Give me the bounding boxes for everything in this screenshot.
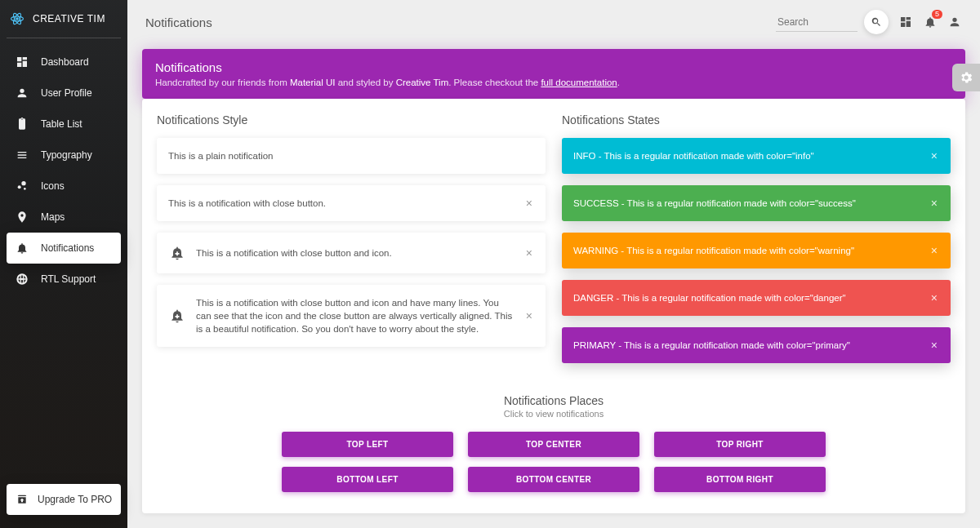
close-icon[interactable]: × (929, 150, 939, 162)
svg-point-6 (24, 188, 26, 190)
gear-icon (959, 70, 973, 85)
search-button[interactable] (864, 10, 889, 34)
sidebar-item-label: Typography (41, 149, 92, 161)
sidebar-item-label: User Profile (41, 87, 92, 99)
places-heading: Notifications Places (157, 394, 951, 407)
topbar: Notifications 5 (127, 0, 980, 41)
main-content: Notifications Handcrafted by our friends… (127, 41, 980, 528)
language-icon (15, 272, 29, 286)
upgrade-label: Upgrade To PRO (38, 494, 112, 505)
place-button-bottom-center[interactable]: BOTTOM CENTER (468, 467, 639, 492)
place-button-top-right[interactable]: TOP RIGHT (654, 432, 826, 457)
add-alert-icon (168, 307, 186, 325)
sidebar-item-label: RTL Support (41, 273, 96, 285)
notification-message: PRIMARY - This is a regular notification… (573, 339, 920, 352)
dashboard-shortcut-icon[interactable] (898, 15, 913, 29)
notification-message: This is a notification with close button… (196, 246, 514, 260)
notification-message: DANGER - This is a regular notification … (573, 291, 920, 304)
places-subtitle: Click to view notifications (157, 409, 951, 419)
sidebar-item-label: Maps (41, 211, 65, 223)
svg-point-4 (18, 185, 21, 189)
brand-logo-icon (10, 11, 24, 26)
state-notification-info: INFO - This is a regular notification ma… (562, 138, 951, 174)
states-heading: Notifications States (562, 113, 951, 126)
notification-message: This is a notification with close button… (168, 197, 514, 210)
clipboard-icon (15, 117, 29, 131)
upgrade-button[interactable]: Upgrade To PRO (7, 484, 121, 515)
brand-name: CREATIVE TIM (33, 13, 105, 24)
states-column: Notifications States INFO - This is a re… (562, 113, 951, 375)
sidebar-item-notifications[interactable]: Notifications (7, 233, 121, 264)
state-notification-success: SUCCESS - This is a regular notification… (562, 185, 951, 221)
state-notification-primary: PRIMARY - This is a regular notification… (562, 327, 951, 363)
header-card-title: Notifications (155, 60, 952, 74)
page-header-card: Notifications Handcrafted by our friends… (142, 49, 965, 99)
search-icon (871, 16, 882, 28)
sidebar-item-dashboard[interactable]: Dashboard (7, 47, 121, 78)
style-notification: This is a plain notification (157, 138, 546, 174)
add-alert-icon (168, 244, 186, 262)
notifications-badge: 5 (932, 10, 942, 19)
sidebar-item-label: Table List (41, 118, 82, 130)
close-icon[interactable]: × (524, 310, 534, 322)
unarchive-icon (15, 492, 29, 507)
state-notification-warning: WARNING - This is a regular notification… (562, 233, 951, 268)
sidebar-item-label: Notifications (41, 242, 94, 254)
sidebar-nav: DashboardUser ProfileTable ListTypograph… (7, 47, 121, 484)
notification-message: This is a plain notification (168, 149, 534, 162)
close-icon[interactable]: × (524, 247, 534, 259)
close-icon[interactable]: × (524, 197, 534, 209)
dashboard-icon (15, 55, 29, 69)
style-heading: Notifications Style (157, 113, 546, 126)
place-button-top-center[interactable]: TOP CENTER (468, 432, 639, 457)
close-icon[interactable]: × (929, 197, 939, 209)
sidebar-item-table-list[interactable]: Table List (7, 109, 121, 140)
notification-message: SUCCESS - This is a regular notification… (573, 197, 920, 210)
person-icon (15, 86, 29, 100)
notifications-card: Notifications Style This is a plain noti… (142, 99, 965, 513)
close-icon[interactable]: × (929, 292, 939, 304)
library-icon (15, 148, 29, 162)
notification-message: This is a notification with close button… (196, 296, 514, 335)
full-documentation-link[interactable]: full documentation (541, 78, 617, 87)
topbar-right: 5 (776, 10, 962, 34)
sidebar-item-user-profile[interactable]: User Profile (7, 78, 121, 109)
search-wrap (776, 10, 889, 34)
sidebar-item-label: Dashboard (41, 56, 89, 68)
sidebar-item-icons[interactable]: Icons (7, 171, 121, 202)
brand[interactable]: CREATIVE TIM (7, 0, 121, 38)
svg-point-5 (21, 181, 25, 185)
sidebar-item-rtl-support[interactable]: RTL Support (7, 264, 121, 295)
notifications-shortcut[interactable]: 5 (923, 15, 938, 29)
close-icon[interactable]: × (929, 245, 939, 256)
sidebar: CREATIVE TIM DashboardUser ProfileTable … (0, 0, 127, 528)
place-button-bottom-left[interactable]: BOTTOM LEFT (282, 467, 453, 492)
notification-message: WARNING - This is a regular notification… (573, 244, 920, 257)
style-notification: This is a notification with close button… (157, 285, 546, 347)
sidebar-item-typography[interactable]: Typography (7, 140, 121, 171)
style-notification: This is a notification with close button… (157, 185, 546, 221)
search-input[interactable] (776, 13, 858, 32)
account-icon[interactable] (947, 15, 962, 29)
svg-point-3 (16, 18, 18, 20)
style-column: Notifications Style This is a plain noti… (157, 113, 546, 375)
style-notification: This is a notification with close button… (157, 233, 546, 273)
settings-fab[interactable] (952, 64, 980, 91)
sidebar-item-label: Icons (41, 180, 65, 192)
page-title: Notifications (145, 16, 212, 29)
bubble-icon (15, 179, 29, 193)
places-section: Notifications Places Click to view notif… (157, 394, 951, 492)
bell-icon (15, 241, 29, 255)
place-button-bottom-right[interactable]: BOTTOM RIGHT (654, 467, 826, 492)
state-notification-danger: DANGER - This is a regular notification … (562, 280, 951, 316)
location-icon (15, 210, 29, 224)
notification-message: INFO - This is a regular notification ma… (573, 149, 920, 162)
close-icon[interactable]: × (929, 339, 939, 351)
sidebar-item-maps[interactable]: Maps (7, 202, 121, 233)
places-button-grid: TOP LEFTTOP CENTERTOP RIGHTBOTTOM LEFTBO… (157, 432, 951, 492)
header-card-subtitle: Handcrafted by our friends from Material… (155, 78, 952, 87)
place-button-top-left[interactable]: TOP LEFT (282, 432, 453, 457)
